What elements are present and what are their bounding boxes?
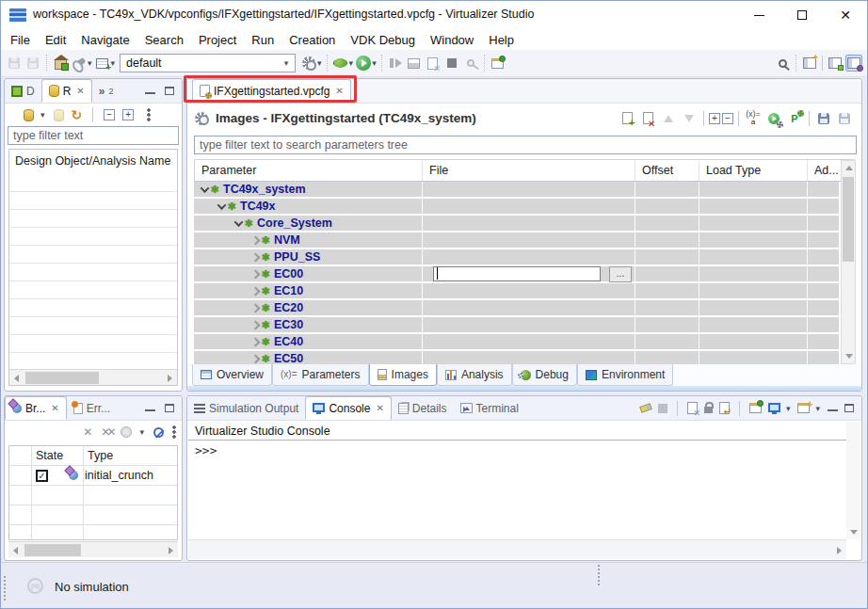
run-config-button[interactable] [765, 110, 782, 127]
close-icon[interactable]: ✕ [335, 86, 343, 96]
scroll-right-icon[interactable] [168, 375, 172, 382]
browse-file-button[interactable]: ... [609, 266, 632, 282]
show-parameters-button[interactable]: (x)=a [745, 110, 762, 127]
menu-help[interactable]: Help [481, 33, 522, 47]
scroll-up-icon[interactable] [845, 166, 853, 170]
vertical-scrollbar[interactable] [846, 422, 860, 539]
pin-editor-button[interactable] [490, 55, 506, 72]
breakpoints-table[interactable]: State Type ✓ initial_crunch [8, 445, 178, 540]
menu-search[interactable]: Search [137, 33, 191, 47]
tab-debug[interactable]: Debug [512, 364, 577, 386]
collapse-all-button[interactable]: − [722, 113, 733, 124]
remove-launch-icon[interactable] [687, 402, 698, 414]
editor-tab-vpcfg[interactable]: IFXgettingstarted.vpcfg ✕ [192, 79, 351, 103]
table-dropdown-arrow[interactable]: ▾ [111, 58, 116, 68]
menu-edit[interactable]: Edit [38, 33, 73, 47]
build-dropdown-arrow[interactable]: ▾ [88, 58, 92, 68]
tab-terminal[interactable]: Terminal [454, 396, 525, 420]
scroll-down-icon[interactable] [850, 530, 858, 535]
vdk-perspective-button[interactable] [827, 55, 844, 72]
menu-window[interactable]: Window [423, 33, 481, 47]
tab-design[interactable]: D [5, 79, 41, 103]
more-tabs-button[interactable]: »2 [92, 79, 121, 103]
new-vdk-project-button[interactable] [52, 55, 69, 72]
menu-file[interactable]: File [3, 33, 38, 47]
scroll-lock-icon[interactable] [704, 407, 713, 413]
scrollbar-thumb[interactable] [25, 372, 99, 384]
parameters-filter-input[interactable] [194, 136, 857, 154]
expand-all-button[interactable]: + [122, 109, 134, 120]
close-icon[interactable]: ✕ [51, 403, 58, 413]
offset-column-header[interactable]: Offset [635, 160, 699, 181]
save-images-button[interactable] [815, 110, 832, 127]
tab-console[interactable]: Console✕ [305, 396, 391, 420]
window-minimize-button[interactable] [737, 1, 780, 29]
display-console-dropdown[interactable]: ▾ [786, 404, 791, 413]
python-config-button[interactable]: P [786, 110, 803, 127]
open-perspective-button[interactable]: ✦ [801, 55, 818, 72]
menu-vdk-debug[interactable]: VDK Debug [343, 33, 423, 47]
maximize-view-button[interactable] [165, 404, 174, 412]
tree-row[interactable]: ✱EC40 [194, 334, 839, 349]
tab-parameters[interactable]: (x)=Parameters [272, 364, 369, 386]
view-menu-icon[interactable] [172, 425, 176, 439]
clear-console-icon[interactable] [639, 403, 652, 413]
save-button[interactable] [6, 55, 23, 72]
tree-row[interactable]: ✱EC00 ... [194, 266, 839, 281]
close-icon[interactable]: ✕ [376, 403, 383, 413]
pin-console-icon[interactable] [749, 403, 762, 413]
minimize-view-button[interactable] [828, 409, 838, 412]
word-wrap-icon[interactable] [719, 402, 730, 414]
window-maximize-button[interactable] [780, 1, 824, 29]
config-selector[interactable]: default ▾ [120, 54, 296, 72]
parameter-column-header[interactable]: Parameter [195, 160, 423, 181]
search-button[interactable] [774, 55, 791, 72]
scroll-right-icon[interactable] [169, 547, 173, 554]
active-perspective-button[interactable] [845, 55, 862, 72]
tree-row[interactable]: ✱Core_System [194, 216, 839, 231]
tab-overview[interactable]: Overview [192, 364, 272, 386]
database-dropdown-arrow[interactable]: ▾ [40, 110, 45, 120]
open-console-dropdown[interactable]: ▾ [815, 404, 820, 413]
view-menu-icon[interactable] [147, 108, 151, 121]
design-object-table[interactable]: Design Object/Analysis Name [8, 149, 178, 386]
new-table-button[interactable] [94, 55, 111, 72]
maximize-view-button[interactable] [844, 404, 854, 412]
scroll-left-icon[interactable] [13, 547, 18, 554]
breakpoint-row[interactable]: ✓ initial_crunch [9, 466, 177, 485]
save-all-button[interactable] [24, 55, 41, 72]
tree-row[interactable]: ✱NVM [194, 232, 839, 248]
minimize-view-button[interactable] [145, 92, 155, 95]
scrollbar-thumb[interactable] [24, 544, 81, 556]
file-path-input[interactable] [433, 266, 601, 281]
tab-simulation-output[interactable]: Simulation Output [187, 396, 305, 420]
tree-row[interactable]: ✱EC30 [194, 317, 839, 332]
tab-analysis[interactable]: Analysis [437, 364, 512, 386]
close-icon[interactable]: ✕ [76, 86, 84, 96]
settings-button[interactable] [300, 55, 317, 72]
tab-environment[interactable]: Environment [577, 364, 673, 386]
scroll-down-icon[interactable] [845, 354, 853, 359]
database-filter-icon[interactable] [24, 109, 34, 121]
horizontal-scrollbar[interactable] [9, 369, 177, 385]
window-close-button[interactable]: ✕ [824, 1, 867, 29]
debug-button[interactable] [332, 55, 349, 72]
horizontal-scrollbar[interactable] [8, 541, 178, 557]
skip-all-breakpoints-icon[interactable] [153, 427, 164, 438]
build-button[interactable] [71, 55, 88, 72]
explorer-filter-input[interactable] [8, 126, 179, 145]
collapse-all-button[interactable]: − [104, 109, 115, 120]
run-button[interactable] [355, 55, 372, 72]
tab-images[interactable]: Images [369, 364, 437, 386]
tree-row[interactable]: ✱EC20 [194, 300, 839, 315]
menu-project[interactable]: Project [191, 33, 244, 47]
breakpoint-enabled-checkbox[interactable]: ✓ [36, 470, 48, 482]
menu-navigate[interactable]: Navigate [73, 33, 137, 47]
tab-resource[interactable]: R ✕ [41, 79, 92, 103]
console-output[interactable]: Virtualizer Studio Console >>> [188, 422, 846, 539]
settings-dropdown-arrow[interactable]: ▾ [317, 58, 322, 68]
menu-run[interactable]: Run [244, 33, 281, 47]
horizontal-scrollbar[interactable] [188, 539, 846, 559]
save-images-as-button[interactable] [836, 110, 853, 127]
tree-row[interactable]: ✱EC10 [194, 283, 839, 298]
